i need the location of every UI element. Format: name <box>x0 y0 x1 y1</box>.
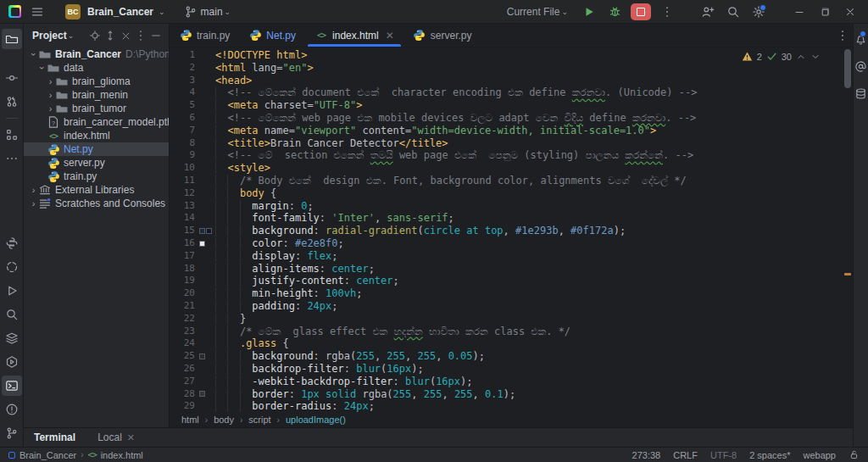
tree-item-brain_menin[interactable]: ›brain_menin <box>24 88 169 102</box>
window-minimize-button[interactable] <box>790 3 809 21</box>
run-configuration-select[interactable]: Current File ⌄ <box>507 6 568 18</box>
tool-database-icon[interactable] <box>854 83 868 103</box>
tool-more-horizontal-icon[interactable] <box>2 148 22 169</box>
tree-item-server.py[interactable]: server.py <box>24 156 169 170</box>
tool-pull-requests-icon[interactable] <box>2 92 22 112</box>
color-swatch[interactable] <box>199 391 205 397</box>
window-restore-button[interactable] <box>815 3 834 21</box>
tool-run-anything-icon[interactable] <box>2 352 22 372</box>
code-text: min-height: 100vh; <box>215 287 362 300</box>
tree-item-label: brain_tumor <box>72 103 126 114</box>
breadcrumb-uploadImage()[interactable]: uploadImage() <box>286 415 346 425</box>
code-with-me-icon[interactable] <box>698 3 717 21</box>
terminal-tab-local[interactable]: Local ✕ <box>97 431 135 443</box>
chevron-right-icon[interactable]: › <box>29 185 38 195</box>
tool-notifications-icon[interactable] <box>854 29 868 49</box>
chevron-right-icon[interactable]: › <box>46 76 55 86</box>
project-badge[interactable]: BC <box>65 4 81 19</box>
color-swatch[interactable] <box>199 228 205 234</box>
statusbar-2 spaces*[interactable]: 2 spaces* <box>749 450 790 460</box>
tree-item-path: D:\Python Course <box>125 48 169 60</box>
code-text: justify-content: center; <box>215 275 399 287</box>
gutter <box>195 337 215 350</box>
vcs-branch-widget[interactable]: main ⌄ <box>184 5 231 19</box>
folder-icon <box>55 75 69 88</box>
editor-scrollbar-thumb[interactable] <box>844 49 851 88</box>
tool-run-icon[interactable] <box>2 281 22 301</box>
tree-item-Scratches and Consoles[interactable]: ›Scratches and Consoles <box>24 197 169 210</box>
warning-icon <box>742 51 753 62</box>
stop-button[interactable] <box>631 3 651 20</box>
breadcrumb-body[interactable]: body <box>214 415 234 425</box>
tool-version-control-icon[interactable] <box>2 423 22 443</box>
more-actions-icon[interactable] <box>658 3 676 21</box>
window-close-button[interactable] <box>841 3 860 21</box>
tool-problems-icon[interactable] <box>2 399 22 420</box>
locate-icon[interactable] <box>87 28 103 43</box>
prev-problem-icon[interactable] <box>796 52 806 62</box>
tool-services-icon[interactable] <box>2 328 22 348</box>
next-problem-icon[interactable] <box>810 52 821 62</box>
search-everywhere-icon[interactable] <box>724 3 743 21</box>
tool-project-folder-icon[interactable] <box>2 29 22 49</box>
tool-python-packages-icon[interactable] <box>2 233 22 253</box>
main-menu-icon[interactable] <box>28 3 47 21</box>
tree-item-brain_glioma[interactable]: ›brain_glioma <box>24 75 169 88</box>
tree-item-Net.py[interactable]: Net.py <box>24 142 169 156</box>
project-panel-title[interactable]: Project <box>32 30 67 42</box>
chevron-down-icon[interactable]: › <box>29 50 39 59</box>
tool-structure-icon[interactable] <box>2 125 22 145</box>
tool-commit-icon[interactable] <box>2 68 22 88</box>
tool-python-console-icon[interactable] <box>2 257 22 277</box>
tab-label: server.py <box>431 30 472 42</box>
code-editor[interactable]: 2 30 1<!DOCTYPE html>2<html lang="en">3<… <box>170 47 853 412</box>
tool-find-icon[interactable] <box>2 304 22 325</box>
chevron-down-icon[interactable]: › <box>37 64 47 73</box>
tree-item-brain_tumor[interactable]: ›brain_tumor <box>24 102 169 115</box>
expand-all-icon[interactable] <box>103 28 118 43</box>
tree-item-index.html[interactable]: <>index.html <box>24 129 169 142</box>
project-name[interactable]: Brain_Cancer <box>87 6 153 18</box>
inspections-widget[interactable]: 2 30 <box>738 50 824 63</box>
more-vertical-icon[interactable] <box>133 28 148 43</box>
gutter <box>195 400 215 412</box>
project-tree[interactable]: ›Brain_CancerD:\Python Course›data›brain… <box>24 47 169 427</box>
tab-index.html[interactable]: <>index.html✕ <box>305 24 403 47</box>
tool-terminal-icon[interactable] <box>2 376 22 396</box>
scrollbar-warning-stripe[interactable] <box>844 273 851 276</box>
tree-item-brain_cancer_model.pth[interactable]: ?brain_cancer_model.pth <box>24 115 169 129</box>
breadcrumb-script[interactable]: script <box>248 415 270 425</box>
hide-icon[interactable] <box>148 28 164 43</box>
close-icon[interactable]: ✕ <box>386 30 394 42</box>
tab-train.py[interactable]: train.py <box>170 24 239 47</box>
statusbar-widgets: 273:38CRLFUTF-82 spaces*webapp <box>632 449 860 460</box>
chevron-right-icon[interactable]: › <box>46 90 55 100</box>
color-swatch[interactable] <box>206 228 212 234</box>
chevron-right-icon[interactable]: › <box>46 103 55 114</box>
settings-gear-icon[interactable] <box>749 3 768 21</box>
breadcrumb-html[interactable]: html <box>181 415 199 425</box>
tree-item-Brain_Cancer[interactable]: ›Brain_CancerD:\Python Course <box>24 47 169 61</box>
tree-item-train.py[interactable]: train.py <box>24 170 169 183</box>
run-button[interactable] <box>580 3 598 21</box>
close-icon[interactable]: ✕ <box>127 432 135 443</box>
tab-options-icon[interactable] <box>836 24 853 47</box>
statusbar-273:38[interactable]: 273:38 <box>632 450 661 460</box>
readonly-lock-open-icon[interactable] <box>849 449 860 460</box>
debug-button[interactable] <box>605 3 624 21</box>
tab-Net.py[interactable]: Net.py <box>239 24 305 47</box>
collapse-all-icon[interactable] <box>118 28 133 43</box>
statusbar-webapp[interactable]: webapp <box>803 450 836 460</box>
tree-item-External Libraries[interactable]: ›External Libraries <box>24 183 169 197</box>
color-swatch[interactable] <box>199 241 205 247</box>
chevron-right-icon[interactable]: › <box>29 198 38 209</box>
terminal-title[interactable]: Terminal <box>34 431 75 443</box>
tab-server.py[interactable]: server.py <box>403 24 481 47</box>
tree-item-data[interactable]: ›data <box>24 61 169 75</box>
statusbar-CRLF[interactable]: CRLF <box>673 450 698 460</box>
statusbar-UTF-8[interactable]: UTF-8 <box>710 450 737 460</box>
status-bar: Brain_Cancer › <> index.html 273:38CRLFU… <box>0 447 868 462</box>
statusbar-breadcrumb[interactable]: Brain_Cancer › <> index.html <box>8 450 143 460</box>
tool-ai-assistant-icon[interactable] <box>854 56 868 76</box>
color-swatch[interactable] <box>199 353 205 359</box>
